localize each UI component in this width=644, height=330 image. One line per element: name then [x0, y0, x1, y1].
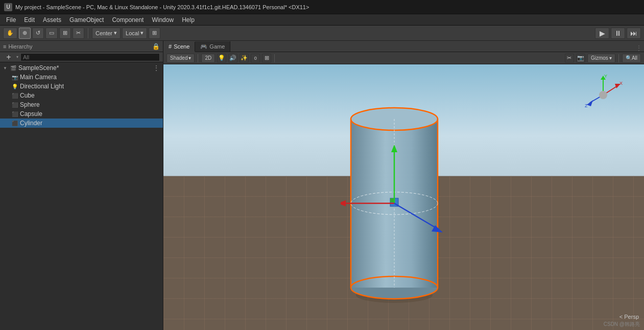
- hierarchy-lock-icon[interactable]: 🔒: [152, 43, 160, 50]
- hierarchy-search-input[interactable]: [20, 53, 160, 61]
- game-tab-label: Game: [209, 43, 225, 50]
- lighting-icon[interactable]: 💡: [217, 54, 226, 63]
- menu-bar: File Edit Assets GameObject Component Wi…: [0, 14, 644, 26]
- menu-edit[interactable]: Edit: [20, 15, 39, 25]
- title-bar: U My project - SampleScene - PC, Mac & L…: [0, 0, 644, 14]
- hierarchy-item-cylinder[interactable]: ⬛ Cylinder: [0, 119, 163, 128]
- hierarchy-search-bar: + ▾: [0, 52, 163, 62]
- samplescene-arrow: ▼: [3, 66, 7, 70]
- toolbar: ✋ ⊕ ↺ ▭ ⊞ ✂ Center ▾ Local ▾ ⊞ ▶ ⏸ ⏭: [0, 26, 644, 41]
- toolbar-separator-1: [88, 28, 88, 38]
- maincamera-icon: 📷: [11, 74, 18, 81]
- scene-tabs: # Scene 🎮 Game ⋮: [163, 41, 644, 52]
- camera-mode-icon[interactable]: 📷: [576, 54, 585, 63]
- tab-scene[interactable]: # Scene: [163, 42, 195, 52]
- title-text: My project - SampleScene - PC, Mac & Lin…: [15, 4, 309, 10]
- menu-file[interactable]: File: [2, 15, 20, 25]
- scale-tool-button[interactable]: ▭: [45, 28, 58, 39]
- local-label: Local: [126, 30, 139, 36]
- scene-tab-label: Scene: [174, 43, 189, 50]
- transform-tool-button[interactable]: ✂: [73, 28, 84, 39]
- sphere-icon: ⬛: [11, 101, 18, 108]
- cylinder-label: Cylinder: [20, 120, 42, 127]
- menu-component[interactable]: Component: [108, 15, 148, 25]
- pause-button[interactable]: ⏸: [611, 28, 625, 39]
- svg-text:Y: Y: [604, 75, 607, 79]
- local-button[interactable]: Local ▾: [122, 28, 147, 39]
- hierarchy-add-button[interactable]: +: [3, 53, 14, 62]
- svg-marker-23: [587, 100, 593, 106]
- scene-gizmo[interactable]: Y X Z: [583, 75, 624, 115]
- grid-view-icon[interactable]: ⊞: [262, 54, 271, 63]
- hierarchy-header: ≡ Hierarchy 🔒: [0, 41, 163, 52]
- gizmos-dropdown[interactable]: Gizmos ▾: [587, 54, 615, 63]
- gizmos-label: Gizmos: [591, 55, 608, 61]
- samplescene-icon: 🎬: [10, 64, 17, 72]
- tab-game[interactable]: 🎮 Game: [195, 41, 230, 52]
- svg-text:X: X: [619, 81, 623, 86]
- cylinder-scene-object: [341, 91, 448, 305]
- search-small-icon: 🔍: [626, 55, 632, 61]
- capsule-label: Capsule: [20, 110, 42, 117]
- samplescene-label: SampleScene*: [18, 64, 59, 72]
- watermark-text: CSDN @韩路亮: [604, 321, 640, 328]
- scene-toolbar-sep-3: [618, 54, 619, 62]
- scene-tab-icon: #: [169, 43, 172, 50]
- rect-tool-button[interactable]: ⊞: [59, 28, 71, 39]
- persp-label: < Persp: [619, 314, 639, 320]
- main-area: ≡ Hierarchy 🔒 + ▾ ▼ 🎬 SampleScene* ⋮ 📷 M…: [0, 41, 644, 330]
- 2d-label: 2D: [205, 55, 211, 61]
- grid-button[interactable]: ⊞: [149, 28, 160, 39]
- hierarchy-menu-icon: ≡: [3, 43, 6, 50]
- samplescene-options[interactable]: ⋮: [153, 64, 160, 72]
- gizmo-tool-icon[interactable]: ✂: [565, 54, 574, 63]
- hierarchy-title: Hierarchy: [8, 43, 32, 50]
- center-label: Center: [96, 30, 112, 36]
- sphere-label: Sphere: [20, 101, 40, 108]
- shaded-dropdown[interactable]: Shaded ▾: [166, 54, 195, 63]
- maincamera-label: Main Camera: [20, 74, 57, 81]
- fx-icon[interactable]: ✨: [240, 54, 249, 63]
- scene-area: # Scene 🎮 Game ⋮ Shaded ▾ 2D 💡 🔊 ✨ 0 ⊞: [163, 41, 644, 330]
- move-tool-button[interactable]: ⊕: [19, 28, 31, 39]
- local-arrow: ▾: [140, 30, 144, 36]
- play-button[interactable]: ▶: [595, 28, 609, 39]
- audio-icon[interactable]: 🔊: [228, 54, 237, 63]
- svg-marker-15: [341, 200, 346, 206]
- hierarchy-search-arrow: ▾: [16, 55, 18, 59]
- hierarchy-item-cube[interactable]: ⬛ Cube: [0, 91, 163, 100]
- cube-icon: ⬛: [11, 92, 18, 99]
- scene-toolbar-sep-2: [274, 54, 275, 62]
- svg-point-24: [599, 91, 607, 99]
- unity-icon: U: [4, 3, 12, 11]
- center-button[interactable]: Center ▾: [92, 28, 121, 39]
- svg-text:Z: Z: [585, 103, 588, 108]
- cylinder-icon: ⬛: [11, 120, 18, 127]
- all-button[interactable]: 🔍 All: [622, 54, 641, 63]
- rotate-tool-button[interactable]: ↺: [32, 28, 44, 39]
- hierarchy-item-maincamera[interactable]: 📷 Main Camera: [0, 73, 163, 82]
- scene-toolbar: Shaded ▾ 2D 💡 🔊 ✨ 0 ⊞ ✂ 📷 Gizmos ▾: [163, 52, 644, 64]
- hierarchy-item-sphere[interactable]: ⬛ Sphere: [0, 100, 163, 109]
- hierarchy-content: ▼ 🎬 SampleScene* ⋮ 📷 Main Camera 💡 Direc…: [0, 62, 163, 330]
- tab-options[interactable]: ⋮: [636, 44, 644, 52]
- menu-help[interactable]: Help: [178, 15, 199, 25]
- all-label: All: [632, 55, 637, 61]
- shaded-arrow: ▾: [188, 55, 191, 61]
- gizmo-svg: Y X Z: [583, 75, 624, 115]
- hand-tool-button[interactable]: ✋: [3, 28, 17, 39]
- hierarchy-panel: ≡ Hierarchy 🔒 + ▾ ▼ 🎬 SampleScene* ⋮ 📷 M…: [0, 41, 163, 330]
- menu-window[interactable]: Window: [148, 15, 178, 25]
- gizmo-right-controls: ✂ 📷 Gizmos ▾ 🔍 All: [565, 54, 641, 63]
- scene-viewport[interactable]: Y X Z < Persp CSDN @韩路亮: [163, 64, 644, 330]
- menu-gameobject[interactable]: GameObject: [65, 15, 108, 25]
- step-button[interactable]: ⏭: [627, 28, 641, 39]
- hierarchy-item-capsule[interactable]: ⬛ Capsule: [0, 109, 163, 119]
- hierarchy-item-samplescene[interactable]: ▼ 🎬 SampleScene* ⋮: [0, 63, 163, 73]
- 2d-button[interactable]: 2D: [201, 54, 215, 63]
- scene-toolbar-sep-1: [198, 54, 198, 62]
- hierarchy-item-directionallight[interactable]: 💡 Directional Light: [0, 82, 163, 91]
- center-arrow: ▾: [114, 30, 117, 36]
- hidden-count-icon[interactable]: 0: [251, 54, 260, 63]
- menu-assets[interactable]: Assets: [39, 15, 65, 25]
